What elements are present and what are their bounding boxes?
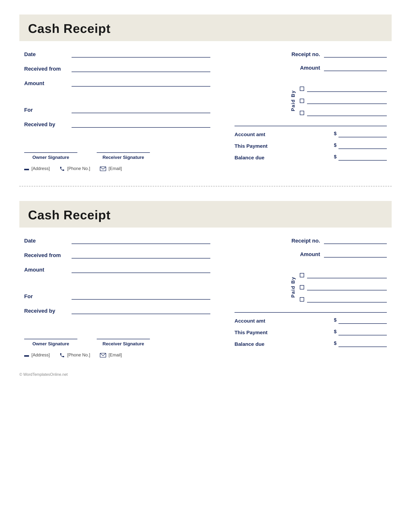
footer-text: © WordTemplatesOnline.net [19,372,68,377]
right-amount-row-1: Amount [234,64,387,71]
receipt-divider [19,186,392,186]
balance-due-label-2: Balance due [234,341,273,347]
owner-sig-label-1: Owner Signature [32,155,69,160]
checkbox-1-3[interactable] [300,111,304,115]
account-amt-value-1: $ [334,131,387,137]
paid-by-option-2-1 [300,272,387,278]
account-amt-value-2: $ [334,317,387,324]
paid-by-option-1-3 [300,109,387,116]
top-amount-divider-1 [234,126,387,126]
right-amount-label-1: Amount [281,65,320,71]
receiver-sig-label-1: Receiver Signature [103,155,144,160]
received-by-label-1: Received by [24,121,68,128]
received-by-line-1 [72,121,210,128]
receipt-body-1: Date Received from Amount For Received b… [19,51,392,171]
signature-section-2: Owner Signature Receiver Signature [24,339,210,347]
paid-by-options-2 [300,272,387,303]
right-section-2: Receipt no. Amount Paid By [225,237,387,358]
paid-by-options-1 [300,85,387,116]
paid-by-line-2-3 [307,296,387,303]
receiver-sig-line-2 [97,339,150,339]
receiver-signature-1: Receiver Signature [97,152,150,160]
email-text-2: [Email] [109,352,122,358]
phone-icon-1 [59,166,65,171]
this-payment-label-2: This Payment [234,330,273,335]
left-section-2: Date Received from Amount For Received b… [24,237,210,358]
balance-due-value-1: $ [334,154,387,161]
this-payment-row-2: This Payment $ [234,329,387,335]
balance-due-value-2: $ [334,340,387,347]
account-amt-line-1 [338,131,387,137]
receipt-no-line-2 [324,237,387,244]
account-amt-label-2: Account amt [234,318,273,324]
address-text-2: [Address] [31,352,50,358]
paid-by-label-2: Paid By [290,275,296,299]
date-label-2: Date [24,238,68,244]
balance-due-line-1 [338,154,387,161]
paid-by-line-2-1 [307,272,387,278]
address-item-2: ▬ [Address] [24,352,50,358]
this-payment-label-1: This Payment [234,143,273,149]
received-from-label-1: Received from [24,66,68,72]
owner-sig-line-2 [24,339,77,339]
receipt-no-row-2: Receipt no. [234,237,387,244]
paid-by-option-1-2 [300,97,387,104]
amount-label-1: Amount [24,80,68,86]
address-icon-1: ▬ [24,166,29,171]
balance-due-label-1: Balance due [234,155,273,161]
paid-by-option-2-2 [300,284,387,290]
account-amt-label-1: Account amt [234,132,273,137]
checkbox-1-2[interactable] [300,99,304,103]
phone-item-2: [Phone No.] [59,352,90,358]
email-icon-2 [100,352,106,358]
email-icon-1 [100,166,106,171]
top-amount-divider-2 [234,312,387,313]
received-by-row-1: Received by [24,121,210,128]
account-dollar-1: $ [334,131,336,137]
phone-item-1: [Phone No.] [59,166,90,171]
for-line-2 [72,293,210,300]
account-amt-line-2 [338,317,387,324]
balance-due-line-2 [338,340,387,347]
balance-due-row-2: Balance due $ [234,340,387,347]
owner-sig-line-1 [24,152,77,153]
receipt-2: Cash Receipt Date Received from Amount F… [19,201,392,358]
paid-by-line-2-2 [307,284,387,290]
right-section-1: Receipt no. Amount Paid By [225,51,387,171]
left-section-1: Date Received from Amount For Received b… [24,51,210,171]
received-from-line-1 [72,65,210,72]
balance-due-row-1: Balance due $ [234,154,387,161]
checkbox-1-1[interactable] [300,86,304,91]
receipt-header-1: Cash Receipt [19,15,392,41]
balance-dollar-1: $ [334,154,336,161]
amount-section-1: Account amt $ This Payment $ Balance due [234,126,387,161]
received-from-row-1: Received from [24,65,210,72]
this-payment-value-2: $ [334,329,387,335]
checkbox-2-3[interactable] [300,297,304,302]
email-item-2: [Email] [100,352,122,358]
paid-by-option-2-3 [300,296,387,303]
owner-sig-label-2: Owner Signature [32,341,69,347]
signature-section-1: Owner Signature Receiver Signature [24,152,210,160]
for-row-1: For [24,106,210,113]
checkbox-2-2[interactable] [300,285,304,289]
date-row-2: Date [24,237,210,244]
date-line-2 [72,237,210,244]
amount-section-2: Account amt $ This Payment $ Balance due [234,312,387,347]
account-dollar-2: $ [334,317,336,324]
account-amt-row-2: Account amt $ [234,317,387,324]
paid-by-line-1-2 [307,97,387,104]
this-payment-line-1 [338,142,387,149]
account-amt-row-1: Account amt $ [234,131,387,137]
receipt-header-2: Cash Receipt [19,201,392,228]
checkbox-2-1[interactable] [300,273,304,277]
payment-dollar-2: $ [334,329,336,335]
receipt-no-row-1: Receipt no. [234,51,387,57]
for-row-2: For [24,293,210,300]
amount-row-1: Amount [24,80,210,86]
receipt-body-2: Date Received from Amount For Received b… [19,237,392,358]
right-amount-row-2: Amount [234,251,387,257]
address-item-1: ▬ [Address] [24,166,50,171]
receipt-1: Cash Receipt Date Received from Amount F… [19,15,392,171]
paid-by-container-2: Paid By [234,272,387,303]
